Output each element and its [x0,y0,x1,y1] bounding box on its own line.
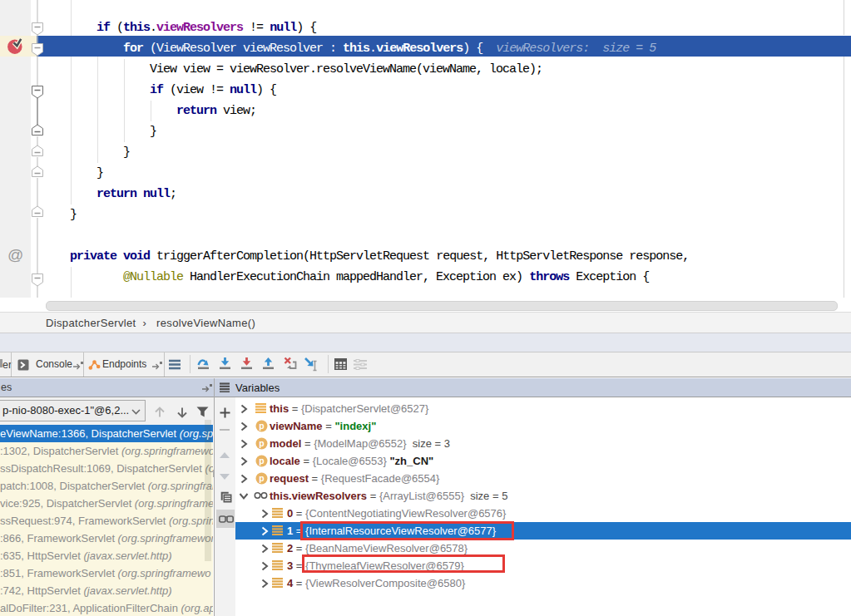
svg-text:p: p [259,421,264,431]
svg-text:p: p [259,438,264,448]
svg-text:p: p [259,456,264,466]
svg-text:@: @ [7,246,23,264]
svg-text:p: p [259,473,264,483]
